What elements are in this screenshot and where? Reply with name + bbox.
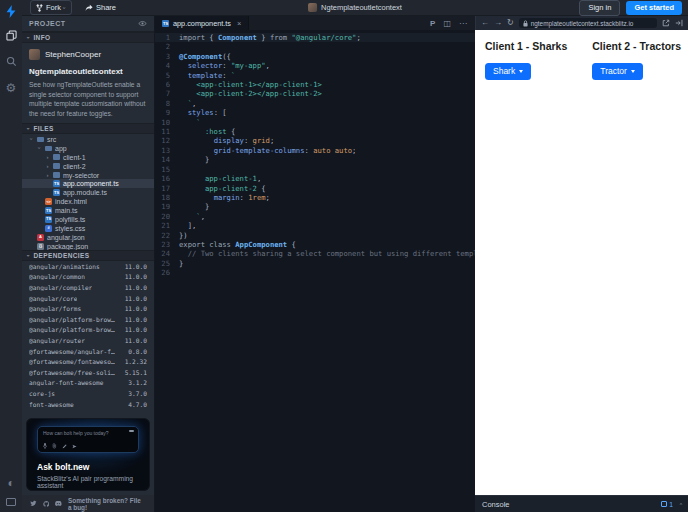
tab-app-component-ts[interactable]: TS app.component.ts × <box>155 16 249 30</box>
code-line[interactable]: 21 ], <box>155 221 475 230</box>
code-line[interactable]: 6 <app-client-1></app-client-1> <box>155 80 475 89</box>
dependency-row[interactable]: @angular/common11.0.0 <box>22 272 154 283</box>
bolt-promo-card[interactable]: How can bolt help you today? Ask bolt.ne… <box>26 418 150 491</box>
tractor-dropdown-button[interactable]: Tractor <box>592 63 643 80</box>
code-line[interactable]: 5 template: ` <box>155 71 475 80</box>
code-line[interactable]: 1import { Component } from "@angular/cor… <box>155 33 475 42</box>
client-block-2: Client 2 - TractorsTractor <box>592 40 681 80</box>
tree-item-main.ts[interactable]: TSmain.ts <box>22 206 154 215</box>
tree-item-app.component.ts[interactable]: TSapp.component.ts <box>22 179 154 188</box>
fork-button[interactable]: Fork › <box>30 0 72 15</box>
code-line[interactable]: 15 <box>155 165 475 174</box>
dependency-row[interactable]: @angular/platform-browser11.0.0 <box>22 314 154 325</box>
code-line[interactable]: 9 styles: [ <box>155 108 475 117</box>
code-line[interactable]: 23export class AppComponent { <box>155 240 475 249</box>
dependencies-section-header[interactable]: › DEPENDENCIES <box>22 250 154 261</box>
dependency-version: 3.1.2 <box>128 379 147 386</box>
search-icon[interactable] <box>5 55 18 68</box>
dependency-row[interactable]: @angular/platform-browser-dynamic11.0.0 <box>22 325 154 336</box>
code-line[interactable]: 12 display: grid; <box>155 136 475 145</box>
dependency-row[interactable]: @angular/core11.0.0 <box>22 293 154 304</box>
line-number: 22 <box>155 231 170 240</box>
dependency-row[interactable]: font-awesome4.7.0 <box>22 399 154 410</box>
dependency-row[interactable]: @angular/compiler11.0.0 <box>22 282 154 293</box>
get-started-button[interactable]: Get started <box>626 1 682 15</box>
sign-in-button[interactable]: Sign in <box>579 0 620 16</box>
more-options-icon[interactable]: ⋯ <box>459 19 467 28</box>
open-in-new-window-icon[interactable] <box>662 19 670 27</box>
code-line[interactable]: 4 selector: "my-app", <box>155 61 475 70</box>
dependency-row[interactable]: @angular/forms11.0.0 <box>22 303 154 314</box>
tree-item-app[interactable]: ›app <box>22 144 154 153</box>
tree-item-package.json[interactable]: {}package.json <box>22 242 154 250</box>
dependency-row[interactable]: angular-font-awesome3.1.2 <box>22 378 154 389</box>
prettier-icon[interactable]: P <box>430 19 435 28</box>
code-line[interactable]: 26 <box>155 268 475 277</box>
dependency-row[interactable]: @angular/router11.0.0 <box>22 335 154 346</box>
tree-item-src[interactable]: ›src <box>22 135 154 144</box>
tree-item-my-selector[interactable]: ›my-selector <box>22 171 154 180</box>
project-info-title: Ngtemplateoutletcontext <box>29 67 147 76</box>
code-line[interactable]: 16 app-client-1, <box>155 174 475 183</box>
file-label: app.component.ts <box>63 180 119 187</box>
code-line[interactable]: 8 `, <box>155 99 475 108</box>
code-line[interactable]: 19 } <box>155 202 475 211</box>
tree-item-client-1[interactable]: ›client-1 <box>22 153 154 162</box>
dependency-row[interactable]: @fortawesome/fontawesome-svg-core1.2.32 <box>22 356 154 367</box>
tree-item-client-2[interactable]: ›client-2 <box>22 162 154 171</box>
dependency-row[interactable]: @angular/animations11.0.0 <box>22 261 154 272</box>
line-content: `, <box>179 212 205 221</box>
url-bar[interactable]: ngtemplateoutletcontext.stackblitz.io <box>519 18 657 28</box>
tree-item-index.html[interactable]: <>index.html <box>22 197 154 206</box>
settings-gear-icon[interactable]: ⚙ <box>5 81 18 94</box>
dependency-row[interactable]: ······ <box>22 409 154 413</box>
tree-item-app.module.ts[interactable]: TSapp.module.ts <box>22 188 154 197</box>
file-tree: ›src›app›client-1›client-2›my-selectorTS… <box>22 134 154 250</box>
shark-dropdown-button[interactable]: Shark <box>485 63 531 80</box>
code-line[interactable]: 18 margin: 1rem; <box>155 193 475 202</box>
ts-file-icon: TS <box>53 180 60 187</box>
tree-item-polyfills.ts[interactable]: TSpolyfills.ts <box>22 215 154 224</box>
code-line[interactable]: 7 <app-client-2></app-client-2> <box>155 89 475 98</box>
console-bar[interactable]: Console 1 › <box>475 495 688 512</box>
back-icon[interactable]: ← <box>481 19 489 27</box>
code-line[interactable]: 13 grid-template-columns: auto auto; <box>155 146 475 155</box>
bottom-panel-icon[interactable] <box>5 495 18 508</box>
expand-console-icon[interactable]: › <box>677 503 683 505</box>
dependency-row[interactable]: core-js3.7.0 <box>22 388 154 399</box>
files-section-header[interactable]: › FILES <box>22 123 154 134</box>
file-bug-link[interactable]: Something broken? File a bug! <box>68 497 146 511</box>
theme-toggle-icon[interactable]: ◐ <box>5 476 18 489</box>
tree-item-styles.css[interactable]: #styles.css <box>22 224 154 233</box>
code-line[interactable]: 20 `, <box>155 212 475 221</box>
tree-item-angular.json[interactable]: Aangular.json <box>22 233 154 242</box>
github-icon[interactable] <box>43 500 50 508</box>
author-name[interactable]: StephenCooper <box>45 50 101 59</box>
twitter-icon[interactable] <box>30 500 37 507</box>
code-line[interactable]: 24 // Two clients sharing a select compo… <box>155 249 475 258</box>
code-line[interactable]: 25} <box>155 259 475 268</box>
refresh-icon[interactable]: ↻ <box>507 19 514 27</box>
line-number: 19 <box>155 202 170 211</box>
discord-icon[interactable] <box>55 500 62 507</box>
split-editor-icon[interactable]: ◫ <box>443 19 451 28</box>
share-button[interactable]: Share <box>80 1 121 14</box>
code-line[interactable]: 10 ` <box>155 118 475 127</box>
code-line[interactable]: 3@Component({ <box>155 52 475 61</box>
line-number: 11 <box>155 127 170 136</box>
hide-panel-eye-icon[interactable] <box>138 20 147 27</box>
forward-icon[interactable]: → <box>494 19 502 27</box>
code-line[interactable]: 2 <box>155 42 475 51</box>
code-line[interactable]: 22}) <box>155 231 475 240</box>
code-line[interactable]: 11 :host { <box>155 127 475 136</box>
dock-preview-icon[interactable] <box>675 19 683 27</box>
close-tab-icon[interactable]: × <box>237 19 241 28</box>
stackblitz-logo-icon[interactable] <box>5 5 18 18</box>
dependency-row[interactable]: @fortawesome/angular-fontawesome0.8.0 <box>22 346 154 357</box>
project-files-icon[interactable] <box>5 29 18 42</box>
info-section-header[interactable]: › INFO <box>22 32 154 43</box>
code-editor[interactable]: 1import { Component } from "@angular/cor… <box>155 30 475 512</box>
code-line[interactable]: 14 } <box>155 155 475 164</box>
dependency-row[interactable]: @fortawesome/free-solid-svg-icons5.15.1 <box>22 367 154 378</box>
code-line[interactable]: 17 app-client-2 { <box>155 184 475 193</box>
